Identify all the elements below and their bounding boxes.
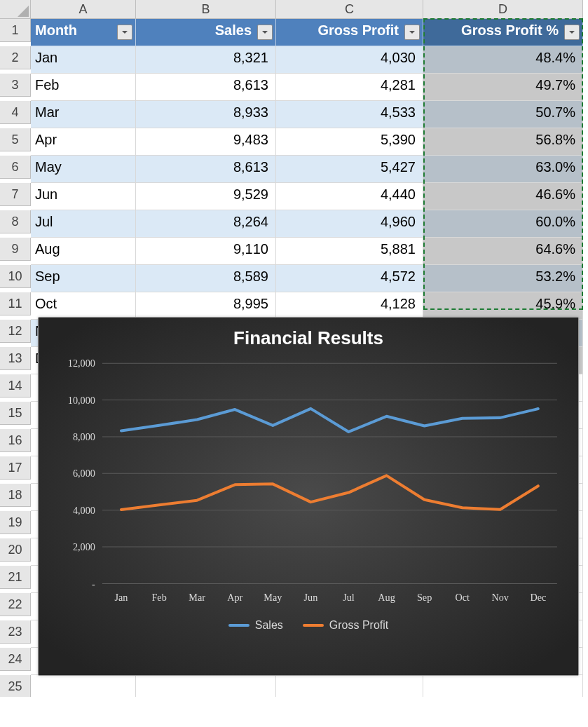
legend-swatch: [303, 624, 324, 627]
table-cell[interactable]: 9,483: [136, 128, 276, 156]
table-cell[interactable]: May: [31, 156, 136, 183]
table-cell[interactable]: 53.2%: [423, 265, 583, 292]
column-header-b[interactable]: B: [136, 0, 276, 19]
row-header[interactable]: 7: [0, 183, 31, 206]
table-cell[interactable]: Sep: [31, 265, 136, 292]
table-cell[interactable]: 56.8%: [423, 128, 583, 156]
row-header[interactable]: 11: [0, 292, 31, 315]
row-header[interactable]: 10: [0, 265, 31, 288]
table-cell[interactable]: 45.9%: [423, 292, 583, 320]
table-cell[interactable]: 8,933: [136, 101, 276, 128]
table-cell-value: 8,321: [233, 50, 268, 65]
row-header[interactable]: 16: [0, 429, 31, 452]
chart-plot-area[interactable]: 12,00010,0008,0006,0004,0002,000-JanFebM…: [53, 356, 564, 612]
table-cell[interactable]: Aug: [31, 238, 136, 265]
row-header[interactable]: 8: [0, 210, 31, 233]
table-header-cell[interactable]: Sales: [136, 19, 276, 46]
table-cell[interactable]: 8,613: [136, 74, 276, 101]
row-header[interactable]: 19: [0, 511, 31, 534]
table-cell[interactable]: 5,427: [276, 156, 423, 183]
row-header[interactable]: 12: [0, 320, 31, 343]
table-cell[interactable]: 8,589: [136, 265, 276, 292]
row-header[interactable]: 13: [0, 347, 31, 370]
table-cell-value: Mar: [35, 104, 59, 120]
table-cell[interactable]: 9,110: [136, 238, 276, 265]
chart-title: Financial Results: [39, 318, 578, 352]
column-header-a[interactable]: A: [31, 0, 136, 19]
row-header[interactable]: 23: [0, 620, 31, 644]
select-all-corner[interactable]: [0, 0, 31, 19]
table-cell[interactable]: 4,960: [276, 210, 423, 238]
row-header[interactable]: 21: [0, 566, 31, 589]
table-cell[interactable]: 4,030: [276, 46, 423, 74]
table-cell[interactable]: 50.7%: [423, 101, 583, 128]
table-cell[interactable]: 4,440: [276, 183, 423, 210]
table-cell[interactable]: 4,533: [276, 101, 423, 128]
spreadsheet-grid[interactable]: ABCD1MonthSalesGross ProfitGross Profit …: [0, 0, 588, 697]
table-cell[interactable]: 46.6%: [423, 183, 583, 210]
table-header-cell[interactable]: Month: [31, 19, 136, 46]
row-header[interactable]: 6: [0, 156, 31, 179]
table-cell-value: 9,483: [233, 132, 268, 147]
row-header[interactable]: 25: [0, 675, 31, 697]
filter-dropdown-icon[interactable]: [117, 25, 132, 40]
table-cell-value: Jan: [35, 50, 57, 65]
row-header[interactable]: 20: [0, 538, 31, 562]
row-header[interactable]: 5: [0, 128, 31, 151]
row-header[interactable]: 17: [0, 456, 31, 480]
row-header[interactable]: 18: [0, 484, 31, 507]
table-header-cell[interactable]: Gross Profit: [276, 19, 423, 46]
table-cell[interactable]: 48.4%: [423, 46, 583, 74]
table-cell-value: 8,933: [233, 104, 268, 120]
table-cell[interactable]: 63.0%: [423, 156, 583, 183]
table-cell[interactable]: 5,390: [276, 128, 423, 156]
filter-dropdown-icon[interactable]: [564, 25, 580, 40]
table-cell[interactable]: 8,613: [136, 156, 276, 183]
table-cell-value: 48.4%: [535, 50, 575, 65]
row-header[interactable]: 14: [0, 374, 31, 398]
row-header[interactable]: 4: [0, 101, 31, 124]
row-header[interactable]: 1: [0, 19, 31, 42]
table-cell[interactable]: Oct: [31, 292, 136, 320]
svg-text:Mar: Mar: [189, 592, 205, 603]
filter-dropdown-icon[interactable]: [404, 25, 420, 40]
table-cell-value: 4,128: [381, 296, 416, 311]
column-header-d[interactable]: D: [423, 0, 583, 19]
table-cell[interactable]: Feb: [31, 74, 136, 101]
empty-cell[interactable]: [136, 675, 276, 697]
table-cell[interactable]: 8,995: [136, 292, 276, 320]
table-cell[interactable]: 9,529: [136, 183, 276, 210]
row-header[interactable]: 24: [0, 648, 31, 671]
table-cell[interactable]: 4,281: [276, 74, 423, 101]
table-cell-value: 4,533: [381, 104, 416, 120]
table-cell[interactable]: Jul: [31, 210, 136, 238]
table-cell[interactable]: Jun: [31, 183, 136, 210]
table-cell[interactable]: 64.6%: [423, 238, 583, 265]
table-header-cell[interactable]: Gross Profit %: [423, 19, 583, 46]
table-cell[interactable]: 5,881: [276, 238, 423, 265]
empty-cell[interactable]: [276, 675, 423, 697]
empty-cell[interactable]: [423, 675, 583, 697]
table-cell-value: 8,995: [233, 296, 268, 311]
table-cell[interactable]: 4,572: [276, 265, 423, 292]
table-cell-value: 4,281: [381, 77, 416, 93]
filter-dropdown-icon[interactable]: [257, 25, 273, 40]
column-header-c[interactable]: C: [276, 0, 423, 19]
table-cell[interactable]: 49.7%: [423, 74, 583, 101]
table-cell[interactable]: Jan: [31, 46, 136, 74]
chart-object[interactable]: Financial Results12,00010,0008,0006,0004…: [38, 317, 579, 676]
table-cell-value: 63.0%: [535, 159, 575, 175]
row-header[interactable]: 3: [0, 74, 31, 97]
row-header[interactable]: 2: [0, 46, 31, 69]
row-header[interactable]: 9: [0, 238, 31, 261]
table-cell[interactable]: 8,264: [136, 210, 276, 238]
table-cell[interactable]: Mar: [31, 101, 136, 128]
empty-cell[interactable]: [31, 675, 136, 697]
table-header-label: Gross Profit: [317, 22, 399, 38]
row-header[interactable]: 22: [0, 593, 31, 616]
row-header[interactable]: 15: [0, 402, 31, 425]
table-cell[interactable]: 4,128: [276, 292, 423, 320]
table-cell[interactable]: 60.0%: [423, 210, 583, 238]
table-cell[interactable]: 8,321: [136, 46, 276, 74]
table-cell[interactable]: Apr: [31, 128, 136, 156]
